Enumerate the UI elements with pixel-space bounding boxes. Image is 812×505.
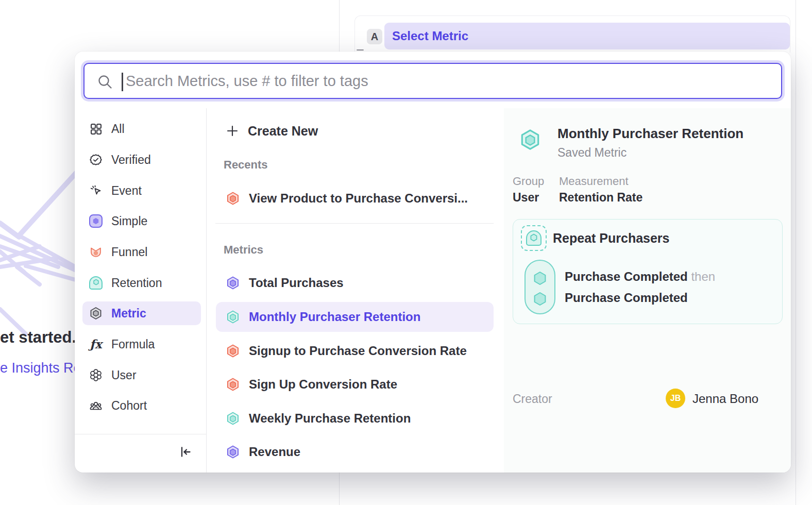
collapse-sidebar-button[interactable]: [179, 445, 192, 459]
sidebar-item-verified[interactable]: Verified: [82, 148, 201, 172]
saved-metric-name: Repeat Purchasers: [553, 231, 670, 246]
list-section-divider: [215, 223, 494, 224]
event-step-pill: [525, 260, 555, 314]
metric-hexagon-icon: [226, 191, 240, 206]
sidebar-item-event[interactable]: Event: [82, 179, 201, 203]
select-metric-button[interactable]: Select Metric: [384, 23, 790, 49]
metrics-header: Metrics: [224, 243, 263, 257]
sidebar-item-formula[interactable]: ƒx Formula: [82, 332, 201, 356]
detail-title: Monthly Purchaser Retention: [557, 126, 743, 142]
formula-fx-icon: ƒx: [89, 338, 103, 351]
grid-icon: [89, 122, 103, 136]
detail-type-label: Saved Metric: [557, 146, 627, 160]
sidebar-list-divider: [206, 108, 207, 473]
user-cluster-icon: [89, 368, 103, 382]
metric-picker-modal: All Verified Event: [75, 52, 791, 473]
metric-hexagon-icon: [226, 276, 240, 290]
sidebar-item-all[interactable]: All: [82, 117, 201, 141]
recents-header: Recents: [224, 158, 268, 172]
saved-metric-definition-card: Repeat Purchasers Purchase Completed the…: [513, 219, 783, 324]
metric-hexagon-icon: [226, 445, 240, 459]
metric-list-item[interactable]: Sign Up Conversion Rate: [216, 369, 494, 399]
metric-hexagon-icon: [89, 307, 103, 320]
metric-list-item[interactable]: Signup to Purchase Conversion Rate: [216, 336, 494, 366]
simple-metric-icon: [89, 214, 103, 228]
series-letter-badge[interactable]: A: [367, 29, 382, 44]
metric-list-item[interactable]: Total Purchases: [216, 268, 494, 298]
retention-definition-icon: [521, 225, 547, 251]
sidebar-item-user[interactable]: User: [82, 363, 201, 387]
sidebar-item-cohort[interactable]: Cohort: [82, 394, 201, 417]
creator-avatar: JB: [666, 389, 685, 408]
metric-detail-panel: Monthly Purchaser Retention Saved Metric…: [504, 108, 791, 473]
sidebar-item-retention[interactable]: Retention: [82, 271, 201, 295]
definition-step-1: Purchase Completed then: [565, 270, 715, 284]
metric-hexagon-icon: [226, 344, 240, 358]
metric-list-item-selected[interactable]: Monthly Purchaser Retention: [216, 302, 494, 332]
search-input[interactable]: [84, 64, 781, 98]
cohort-people-icon: [89, 399, 103, 412]
creator-label: Creator: [513, 392, 552, 406]
background-insights-link-partial[interactable]: e Insights Re: [0, 360, 81, 376]
event-cursor-icon: [89, 184, 103, 197]
create-new-button[interactable]: Create New: [216, 116, 494, 146]
verified-badge-icon: [89, 153, 103, 166]
sidebar-item-simple[interactable]: Simple: [82, 209, 201, 233]
metric-hexagon-icon: [226, 411, 240, 426]
metric-row-card: A Select Metric: [354, 15, 790, 53]
measurement-label: Measurement: [559, 175, 629, 188]
group-label: Group: [513, 175, 544, 188]
plus-icon: [226, 124, 239, 138]
group-value: User: [513, 191, 539, 205]
measurement-value: Retention Rate: [559, 191, 642, 205]
select-metric-label: Select Metric: [392, 29, 468, 43]
text-caret: [122, 73, 123, 91]
metric-hexagon-icon-large: [519, 128, 542, 151]
sidebar-item-funnel[interactable]: Funnel: [82, 240, 201, 264]
background-chart-decoration: [0, 170, 80, 348]
funnel-icon: [89, 245, 103, 259]
definition-step-2: Purchase Completed: [565, 291, 688, 305]
metric-list-item[interactable]: Weekly Purchase Retention: [216, 403, 494, 433]
page: et started. e Insights Re A Select Metri…: [0, 0, 812, 505]
event-hexagon-icon: [532, 291, 548, 307]
retention-icon: [89, 276, 103, 290]
search-box: [83, 63, 782, 99]
background-heading-partial: et started.: [0, 328, 76, 347]
sidebar-item-metric[interactable]: Metric: [82, 301, 201, 325]
creator-name: Jenna Bono: [692, 392, 758, 406]
metric-hexagon-icon: [226, 377, 240, 392]
background-panel-right-edge: [796, 0, 796, 505]
metric-hexagon-icon: [226, 310, 240, 324]
recent-item[interactable]: View Product to Purchase Conversi...: [216, 183, 494, 213]
event-hexagon-icon: [532, 271, 548, 286]
metric-list-item[interactable]: Revenue: [216, 437, 494, 467]
sidebar-footer-divider: [75, 434, 206, 434]
